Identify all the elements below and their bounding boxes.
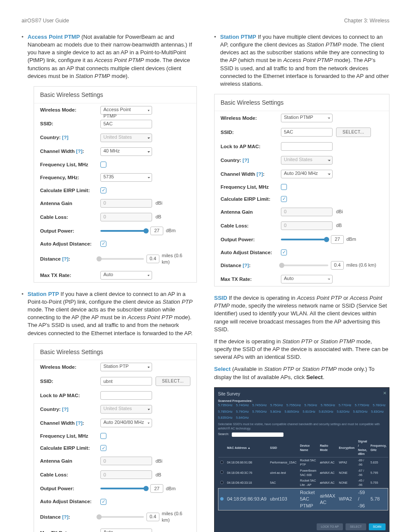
channel-width-select[interactable]: Auto 20/40 MHz [281, 170, 333, 178]
lock-to-ap-button[interactable]: LOCK TO AP [317, 523, 343, 530]
select-button[interactable]: SELECT... [336, 128, 371, 137]
gain-input[interactable]: 0 [100, 457, 152, 465]
ssid-paragraph-2: If the device is operating in Station PT… [214, 338, 389, 361]
freqlist-checkbox[interactable]: ✓ [281, 184, 287, 190]
radio-icon[interactable] [220, 481, 224, 484]
country-label: Country: [40, 135, 62, 140]
freqlist-checkbox[interactable]: ✓ [100, 433, 106, 439]
term-ap-ptmp: Access Point PTMP [28, 34, 80, 40]
survey-freq: 5.83GHz [371, 410, 384, 414]
distance-slider[interactable]: 0.4miles (0.6 km) [281, 261, 376, 270]
select-paragraph: Select (Available in Station PTP or Stat… [214, 365, 389, 381]
power-slider[interactable]: 27dBm [281, 235, 356, 244]
close-icon[interactable]: ✕ [383, 390, 386, 396]
wireless-mode-select[interactable]: Access Point PTMP [100, 106, 152, 115]
radio-icon[interactable] [220, 460, 224, 464]
survey-freq: 5.81GHz [302, 410, 315, 414]
survey-freq: 5.815GHz [319, 410, 333, 414]
survey-freq: 5.795GHz [252, 410, 267, 414]
autoadj-checkbox[interactable]: ✓ [281, 249, 287, 255]
radio-icon[interactable] [220, 497, 224, 501]
survey-freq: 5.75GHz [270, 403, 283, 408]
channel-width-select[interactable]: 40 MHz [100, 147, 152, 156]
table-row[interactable]: 04:18:D6:40:3C:76ubnt-ac-testPowerBeam 5… [218, 468, 388, 478]
table-row[interactable]: 04:18:D6:86:93:A9ubnt103Rocket 5AC PTMPa… [218, 488, 388, 510]
right-column: • Station PTMP If you have multiple clie… [214, 33, 389, 532]
gain-input[interactable]: 0 [281, 208, 333, 216]
survey-freq: 5.765GHz [321, 403, 335, 408]
country-select[interactable]: United States [281, 156, 333, 165]
maxtx-select[interactable]: Auto [100, 529, 152, 532]
survey-freq: 5.745GHz [252, 403, 267, 408]
survey-freq: 5.825GHz [353, 410, 367, 414]
survey-freq: 5.74GHz [236, 403, 249, 408]
maxtx-select[interactable]: Auto [281, 275, 333, 283]
help-icon[interactable]: [?] [257, 171, 263, 177]
survey-freq: 5.835GHz [218, 416, 233, 420]
survey-freq: 5.775GHz [355, 403, 370, 408]
table-header-cell[interactable]: SSID [268, 439, 298, 457]
table-header-cell[interactable]: Signal / Noise, dBm [356, 439, 369, 457]
lock-input[interactable] [100, 391, 152, 400]
survey-freq: 5.8GHz [270, 410, 281, 414]
help-icon[interactable]: [?] [243, 158, 249, 163]
radio-icon[interactable] [220, 470, 224, 474]
country-select[interactable]: United States [100, 405, 152, 414]
wireless-mode-select[interactable]: Station PTMP [281, 114, 333, 122]
table-header-cell[interactable]: Frequency, GHz [369, 439, 388, 457]
table-row[interactable]: 04:18:D6:40:33:185ACRocket 5AC Lite - AP… [218, 478, 388, 488]
term-station-ptp: Station PTP [28, 291, 59, 297]
channel-width-select[interactable]: Auto 20/40/80 MHz [100, 419, 152, 427]
frequency-select[interactable]: 5735 [100, 173, 152, 182]
autoadj-checkbox[interactable]: ✓ [100, 241, 106, 247]
ssid-input[interactable]: ubnt [100, 377, 152, 386]
survey-freq: 5.78GHz [373, 403, 386, 408]
panel-ap-ptmp: Basic Wireless Settings Wireless Mode:Ac… [34, 86, 197, 283]
table-header: MAC Address ▲SSIDDevice NameRadio ModeEn… [218, 439, 388, 457]
site-survey-panel: ✕ Site Survey Scanned Frequencies: 5.735… [214, 387, 389, 532]
power-slider[interactable]: 27dBm [100, 484, 176, 493]
help-icon[interactable]: [?] [76, 149, 83, 154]
survey-freq: 5.735GHz [218, 403, 233, 408]
table-header-cell[interactable]: Radio Mode [318, 439, 337, 457]
lock-input[interactable] [281, 142, 333, 151]
loss-input[interactable]: 0 [100, 213, 152, 221]
autoadj-checkbox[interactable]: ✓ [100, 499, 106, 505]
select-button[interactable]: SELECT... [156, 376, 190, 386]
scan-button[interactable]: SCAN [369, 523, 386, 530]
ssid-input[interactable]: 5AC [281, 128, 333, 137]
help-icon[interactable]: [?] [76, 420, 83, 426]
survey-select-button[interactable]: SELECT [346, 523, 366, 530]
wireless-mode-select[interactable]: Station PTP [100, 363, 152, 371]
table-header-cell[interactable]: MAC Address ▲ [225, 439, 268, 457]
distance-slider[interactable]: 0.4miles (0.6 km) [98, 510, 190, 524]
survey-freq: 5.76GHz [305, 403, 318, 408]
survey-freq: 5.805GHz [285, 410, 299, 414]
table-header-cell[interactable] [218, 439, 226, 457]
ssid-input[interactable]: 5AC [100, 120, 152, 128]
help-icon[interactable]: [?] [62, 514, 68, 520]
survey-freq: 5.79GHz [236, 410, 249, 414]
power-slider[interactable]: 27dBm [100, 227, 176, 235]
help-icon[interactable]: [?] [62, 407, 68, 412]
distance-slider[interactable]: 0.4miles (0.6 km) [98, 252, 190, 266]
loss-input[interactable]: 0 [281, 221, 333, 230]
table-header-cell[interactable]: Device Name [298, 439, 318, 457]
panel-title: Basic Wireless Settings [34, 87, 196, 103]
survey-freqs: 5.735GHz5.74GHz5.745GHz5.75GHz5.755GHz5.… [218, 403, 386, 420]
survey-search-input[interactable] [232, 432, 283, 437]
country-select[interactable]: United States [100, 134, 152, 142]
loss-input[interactable]: 0 [100, 470, 152, 479]
eirp-checkbox[interactable]: ✓ [100, 187, 106, 193]
table-header-cell[interactable]: Encryption [337, 439, 356, 457]
maxtx-select[interactable]: Auto [100, 271, 152, 280]
bullet-ap-ptmp: • Access Point PTMP (Not available for P… [22, 33, 197, 80]
eirp-checkbox[interactable]: ✓ [281, 196, 287, 202]
gain-input[interactable]: 0 [100, 199, 152, 208]
freqlist-checkbox[interactable]: ✓ [100, 162, 106, 168]
help-icon[interactable]: [?] [62, 135, 68, 140]
help-icon[interactable]: [?] [62, 256, 68, 261]
help-icon[interactable]: [?] [243, 263, 249, 268]
eirp-checkbox[interactable]: ✓ [100, 445, 106, 451]
table-row[interactable]: 04:18:D6:86:91:0BPerformance_15ACRocket … [218, 457, 388, 468]
